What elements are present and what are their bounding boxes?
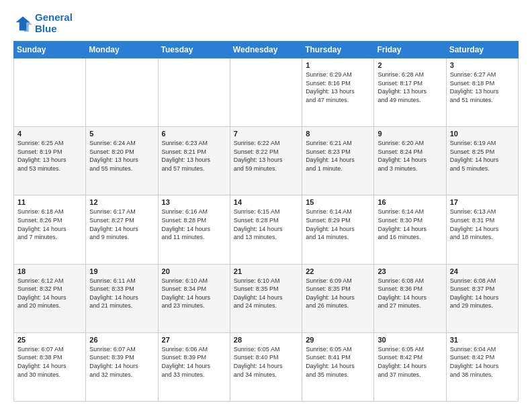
- calendar-cell: [158, 58, 230, 127]
- day-number: 8: [306, 130, 370, 138]
- day-number: 7: [234, 130, 298, 138]
- calendar-week-3: 11Sunrise: 6:18 AM Sunset: 8:26 PM Dayli…: [14, 195, 519, 264]
- day-number: 22: [306, 267, 370, 275]
- day-info: Sunrise: 6:05 AM Sunset: 8:41 PM Dayligh…: [306, 345, 370, 379]
- day-info: Sunrise: 6:10 AM Sunset: 8:35 PM Dayligh…: [234, 277, 298, 310]
- day-info: Sunrise: 6:22 AM Sunset: 8:22 PM Dayligh…: [234, 139, 298, 173]
- day-number: 12: [89, 198, 154, 206]
- day-number: 23: [378, 267, 442, 275]
- day-number: 19: [89, 267, 154, 275]
- day-info: Sunrise: 6:09 AM Sunset: 8:35 PM Dayligh…: [306, 277, 370, 310]
- day-number: 3: [450, 61, 515, 69]
- day-number: 16: [378, 198, 442, 206]
- weekday-header-row: SundayMondayTuesdayWednesdayThursdayFrid…: [14, 42, 519, 58]
- calendar-cell: 27Sunrise: 6:06 AM Sunset: 8:39 PM Dayli…: [158, 332, 230, 401]
- calendar-cell: 19Sunrise: 6:11 AM Sunset: 8:33 PM Dayli…: [86, 264, 158, 332]
- day-number: 20: [162, 267, 226, 275]
- calendar-cell: 12Sunrise: 6:17 AM Sunset: 8:27 PM Dayli…: [86, 195, 158, 264]
- day-info: Sunrise: 6:04 AM Sunset: 8:42 PM Dayligh…: [450, 345, 515, 379]
- day-info: Sunrise: 6:12 AM Sunset: 8:32 PM Dayligh…: [17, 277, 82, 310]
- calendar-table: SundayMondayTuesdayWednesdayThursdayFrid…: [13, 41, 519, 402]
- day-info: Sunrise: 6:23 AM Sunset: 8:21 PM Dayligh…: [162, 139, 226, 173]
- calendar-cell: 31Sunrise: 6:04 AM Sunset: 8:42 PM Dayli…: [446, 332, 518, 401]
- calendar-cell: 15Sunrise: 6:14 AM Sunset: 8:29 PM Dayli…: [302, 195, 374, 264]
- day-number: 11: [17, 198, 82, 206]
- calendar-cell: 23Sunrise: 6:08 AM Sunset: 8:36 PM Dayli…: [374, 264, 446, 332]
- day-info: Sunrise: 6:10 AM Sunset: 8:34 PM Dayligh…: [162, 277, 226, 310]
- calendar-cell: 16Sunrise: 6:14 AM Sunset: 8:30 PM Dayli…: [374, 195, 446, 264]
- calendar-cell: 29Sunrise: 6:05 AM Sunset: 8:41 PM Dayli…: [302, 332, 374, 401]
- weekday-header-tuesday: Tuesday: [158, 42, 230, 58]
- weekday-header-saturday: Saturday: [446, 42, 518, 58]
- day-info: Sunrise: 6:20 AM Sunset: 8:24 PM Dayligh…: [378, 139, 442, 173]
- calendar-cell: 26Sunrise: 6:07 AM Sunset: 8:39 PM Dayli…: [86, 332, 158, 401]
- day-number: 4: [17, 130, 82, 138]
- weekday-header-monday: Monday: [86, 42, 158, 58]
- day-info: Sunrise: 6:15 AM Sunset: 8:28 PM Dayligh…: [234, 208, 298, 241]
- day-number: 24: [450, 267, 515, 275]
- day-info: Sunrise: 6:08 AM Sunset: 8:36 PM Dayligh…: [378, 277, 442, 310]
- calendar-cell: 22Sunrise: 6:09 AM Sunset: 8:35 PM Dayli…: [302, 264, 374, 332]
- calendar-cell: 28Sunrise: 6:05 AM Sunset: 8:40 PM Dayli…: [230, 332, 302, 401]
- day-info: Sunrise: 6:07 AM Sunset: 8:39 PM Dayligh…: [89, 345, 154, 379]
- page: General Blue SundayMondayTuesdayWednesda…: [0, 0, 532, 411]
- logo: General Blue: [13, 12, 73, 34]
- day-number: 6: [162, 130, 226, 138]
- calendar-cell: [230, 58, 302, 127]
- calendar-cell: 1Sunrise: 6:29 AM Sunset: 8:16 PM Daylig…: [302, 58, 374, 127]
- day-number: 18: [17, 267, 82, 275]
- calendar-cell: 5Sunrise: 6:24 AM Sunset: 8:20 PM Daylig…: [86, 127, 158, 195]
- day-number: 26: [89, 336, 154, 344]
- day-info: Sunrise: 6:07 AM Sunset: 8:38 PM Dayligh…: [17, 345, 82, 379]
- day-number: 5: [89, 130, 154, 138]
- day-info: Sunrise: 6:18 AM Sunset: 8:26 PM Dayligh…: [17, 208, 82, 241]
- logo-icon: [13, 14, 32, 33]
- calendar-cell: 30Sunrise: 6:05 AM Sunset: 8:42 PM Dayli…: [374, 332, 446, 401]
- day-number: 9: [378, 130, 442, 138]
- day-number: 30: [378, 336, 442, 344]
- day-number: 25: [17, 336, 82, 344]
- day-info: Sunrise: 6:21 AM Sunset: 8:23 PM Dayligh…: [306, 139, 370, 173]
- day-info: Sunrise: 6:16 AM Sunset: 8:28 PM Dayligh…: [162, 208, 226, 241]
- calendar-cell: 17Sunrise: 6:13 AM Sunset: 8:31 PM Dayli…: [446, 195, 518, 264]
- calendar-cell: 14Sunrise: 6:15 AM Sunset: 8:28 PM Dayli…: [230, 195, 302, 264]
- calendar-cell: 21Sunrise: 6:10 AM Sunset: 8:35 PM Dayli…: [230, 264, 302, 332]
- calendar-week-4: 18Sunrise: 6:12 AM Sunset: 8:32 PM Dayli…: [14, 264, 519, 332]
- day-number: 10: [450, 130, 515, 138]
- day-info: Sunrise: 6:29 AM Sunset: 8:16 PM Dayligh…: [306, 71, 370, 104]
- day-info: Sunrise: 6:14 AM Sunset: 8:29 PM Dayligh…: [306, 208, 370, 241]
- calendar-cell: 13Sunrise: 6:16 AM Sunset: 8:28 PM Dayli…: [158, 195, 230, 264]
- calendar-cell: 25Sunrise: 6:07 AM Sunset: 8:38 PM Dayli…: [14, 332, 86, 401]
- day-number: 2: [378, 61, 442, 69]
- calendar-cell: [14, 58, 86, 127]
- calendar-cell: 4Sunrise: 6:25 AM Sunset: 8:19 PM Daylig…: [14, 127, 86, 195]
- calendar-cell: 18Sunrise: 6:12 AM Sunset: 8:32 PM Dayli…: [14, 264, 86, 332]
- calendar-cell: 20Sunrise: 6:10 AM Sunset: 8:34 PM Dayli…: [158, 264, 230, 332]
- calendar-cell: 6Sunrise: 6:23 AM Sunset: 8:21 PM Daylig…: [158, 127, 230, 195]
- day-number: 17: [450, 198, 515, 206]
- day-info: Sunrise: 6:13 AM Sunset: 8:31 PM Dayligh…: [450, 208, 515, 241]
- calendar-cell: 9Sunrise: 6:20 AM Sunset: 8:24 PM Daylig…: [374, 127, 446, 195]
- day-number: 1: [306, 61, 370, 69]
- day-number: 15: [306, 198, 370, 206]
- day-number: 29: [306, 336, 370, 344]
- day-number: 28: [234, 336, 298, 344]
- header: General Blue: [13, 12, 519, 34]
- calendar-cell: 11Sunrise: 6:18 AM Sunset: 8:26 PM Dayli…: [14, 195, 86, 264]
- calendar-cell: 7Sunrise: 6:22 AM Sunset: 8:22 PM Daylig…: [230, 127, 302, 195]
- day-info: Sunrise: 6:17 AM Sunset: 8:27 PM Dayligh…: [89, 208, 154, 241]
- weekday-header-friday: Friday: [374, 42, 446, 58]
- calendar-cell: 24Sunrise: 6:08 AM Sunset: 8:37 PM Dayli…: [446, 264, 518, 332]
- day-info: Sunrise: 6:25 AM Sunset: 8:19 PM Dayligh…: [17, 139, 82, 173]
- day-info: Sunrise: 6:27 AM Sunset: 8:18 PM Dayligh…: [450, 71, 515, 104]
- weekday-header-thursday: Thursday: [302, 42, 374, 58]
- day-info: Sunrise: 6:11 AM Sunset: 8:33 PM Dayligh…: [89, 277, 154, 310]
- day-info: Sunrise: 6:14 AM Sunset: 8:30 PM Dayligh…: [378, 208, 442, 241]
- day-number: 31: [450, 336, 515, 344]
- weekday-header-sunday: Sunday: [14, 42, 86, 58]
- day-info: Sunrise: 6:05 AM Sunset: 8:42 PM Dayligh…: [378, 345, 442, 379]
- day-info: Sunrise: 6:05 AM Sunset: 8:40 PM Dayligh…: [234, 345, 298, 379]
- logo-text: General Blue: [35, 12, 73, 34]
- day-info: Sunrise: 6:19 AM Sunset: 8:25 PM Dayligh…: [450, 139, 515, 173]
- day-info: Sunrise: 6:24 AM Sunset: 8:20 PM Dayligh…: [89, 139, 154, 173]
